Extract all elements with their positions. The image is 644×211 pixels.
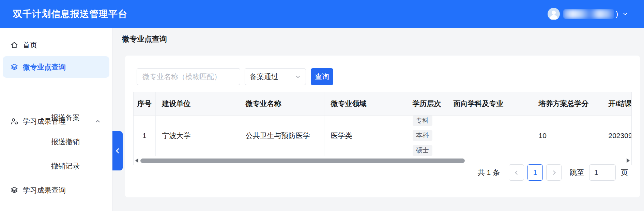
app-title: 双千计划信息报送管理平台 bbox=[13, 8, 127, 20]
user-manage-icon bbox=[10, 117, 18, 125]
cell-credits: 10 bbox=[532, 115, 602, 156]
sidebar-subitem-label: 撤销记录 bbox=[51, 161, 80, 171]
user-name-redacted bbox=[563, 9, 614, 19]
sidebar-subitem-label: 报送备案 bbox=[51, 113, 80, 122]
sidebar-item-label: 微专业点查询 bbox=[23, 62, 66, 72]
prev-page-button[interactable] bbox=[509, 164, 524, 181]
sidebar-collapse-button[interactable] bbox=[112, 131, 123, 170]
pagination: 共 1 条 1 跳至 页 bbox=[478, 164, 628, 181]
sidebar-item-learning-outcome-query[interactable]: 学习成果查询 bbox=[3, 179, 109, 201]
total-count: 共 1 条 bbox=[478, 168, 500, 177]
layers-icon bbox=[10, 63, 18, 71]
cell-schedule: 202309 bbox=[602, 115, 632, 156]
level-tag: 硕士 bbox=[413, 145, 432, 156]
page-unit-label: 页 bbox=[621, 168, 628, 177]
cell-field: 医学类 bbox=[324, 115, 406, 156]
jump-page-input[interactable] bbox=[589, 164, 616, 181]
cell-org: 宁波大学 bbox=[155, 115, 239, 156]
col-header-credits: 培养方案总学分 bbox=[532, 92, 602, 115]
col-header-org: 建设单位 bbox=[155, 92, 239, 115]
col-header-levels: 学历层次 bbox=[406, 92, 447, 115]
col-header-name: 微专业名称 bbox=[239, 92, 324, 115]
home-icon bbox=[10, 41, 18, 49]
chevron-left-icon bbox=[515, 170, 519, 175]
level-tag: 专科 bbox=[413, 116, 432, 126]
sidebar-item-micro-major-query[interactable]: 微专业点查询 bbox=[3, 56, 109, 78]
query-button[interactable]: 查询 bbox=[311, 68, 333, 85]
status-select[interactable]: 备案通过 bbox=[245, 68, 306, 85]
chevron-right-icon bbox=[551, 170, 556, 175]
user-menu[interactable]: ) bbox=[548, 0, 628, 28]
scrollbar-thumb[interactable] bbox=[140, 159, 465, 163]
table-header-row: 序号 建设单位 微专业名称 微专业领域 学历层次 面向学科及专业 培养方案总学分… bbox=[134, 92, 632, 115]
col-header-index: 序号 bbox=[134, 92, 155, 115]
col-header-field: 微专业领域 bbox=[324, 92, 406, 115]
page-number: 1 bbox=[533, 168, 537, 177]
scroll-left-arrow-icon[interactable] bbox=[135, 158, 138, 163]
sidebar-item-label: 首页 bbox=[23, 40, 37, 50]
chevron-down-icon bbox=[622, 11, 628, 17]
col-header-majors: 面向学科及专业 bbox=[447, 92, 532, 115]
status-select-value: 备案通过 bbox=[250, 72, 278, 81]
sidebar: 首页 微专业点查询 学习成果管理 报送备案 报送撤销 撤销记录 bbox=[0, 28, 112, 211]
scroll-right-arrow-icon[interactable] bbox=[627, 158, 630, 163]
col-header-schedule: 开/结课 bbox=[602, 92, 632, 115]
layers-icon bbox=[10, 186, 18, 194]
chevron-down-icon bbox=[295, 74, 301, 80]
app-header: 双千计划信息报送管理平台 ) bbox=[0, 0, 644, 28]
user-name-suffix: ) bbox=[616, 10, 618, 18]
chevron-left-icon bbox=[116, 148, 121, 154]
page-1-button[interactable]: 1 bbox=[527, 164, 543, 181]
search-bar: 备案通过 查询 bbox=[137, 68, 333, 85]
page-title: 微专业点查询 bbox=[122, 34, 167, 44]
cell-name: 公共卫生与预防医学 bbox=[239, 115, 324, 156]
sidebar-item-home[interactable]: 首页 bbox=[3, 34, 109, 56]
sidebar-subitem-report-revoke[interactable]: 报送撤销 bbox=[51, 135, 80, 149]
chevron-up-icon[interactable] bbox=[94, 118, 101, 125]
results-table: 序号 建设单位 微专业名称 微专业领域 学历层次 面向学科及专业 培养方案总学分… bbox=[133, 92, 632, 165]
table-row: 1 宁波大学 公共卫生与预防医学 医学类 专科 本科 硕士 10 202309 bbox=[134, 115, 632, 156]
avatar bbox=[548, 8, 560, 20]
cell-index: 1 bbox=[134, 115, 155, 156]
sidebar-subitem-label: 报送撤销 bbox=[51, 137, 80, 147]
sidebar-item-label: 学习成果查询 bbox=[23, 185, 66, 195]
sidebar-subitem-report-filing[interactable]: 报送备案 bbox=[51, 111, 80, 124]
cell-majors bbox=[447, 115, 532, 156]
jump-to-label: 跳至 bbox=[570, 168, 584, 177]
cell-levels: 专科 本科 硕士 bbox=[406, 115, 447, 156]
level-tag: 本科 bbox=[413, 130, 432, 141]
sidebar-subitem-revoke-records[interactable]: 撤销记录 bbox=[51, 159, 80, 173]
next-page-button[interactable] bbox=[546, 164, 562, 181]
user-icon bbox=[548, 8, 560, 20]
micro-major-name-input[interactable] bbox=[137, 68, 240, 85]
content-card: 备案通过 查询 序号 建设单位 微专业名称 微专业领域 学历层次 面向学科及专业 bbox=[125, 56, 640, 197]
horizontal-scrollbar[interactable] bbox=[134, 156, 631, 165]
